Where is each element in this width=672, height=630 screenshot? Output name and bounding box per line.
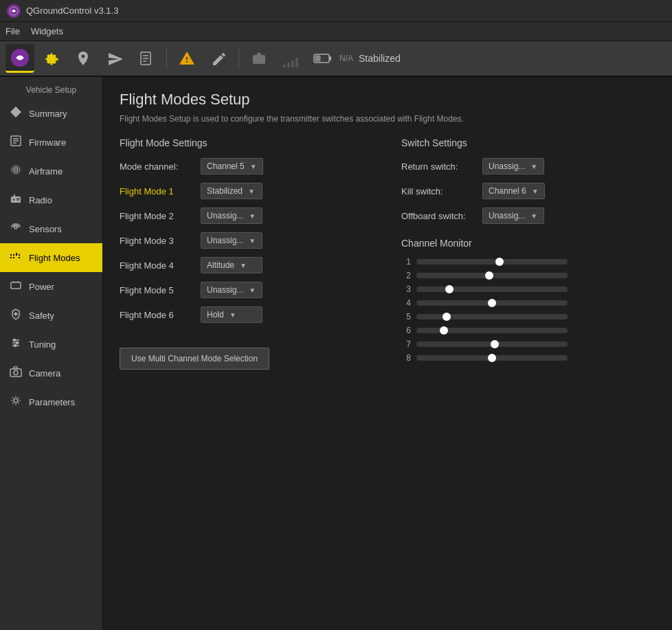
return-switch-arrow: ▼ xyxy=(530,163,537,170)
toolbar-home-btn[interactable] xyxy=(5,44,34,73)
svg-point-41 xyxy=(14,345,16,347)
channel-dot-8 xyxy=(488,354,496,362)
sidebar-header: Vehicle Setup xyxy=(0,80,102,99)
return-switch-dropdown[interactable]: Unassig... ▼ xyxy=(482,158,544,175)
toolbar-fly-btn[interactable] xyxy=(100,44,129,73)
sidebar-item-power[interactable]: Power xyxy=(0,272,102,301)
toolbar-plan-btn[interactable] xyxy=(69,44,98,73)
sidebar-item-safety[interactable]: Safety xyxy=(0,301,102,330)
multi-channel-button[interactable]: Use Multi Channel Mode Selection xyxy=(120,348,269,370)
channel-label-3: 3 xyxy=(401,284,411,294)
menu-widgets[interactable]: Widgets xyxy=(31,26,63,36)
channel-monitor: 12345678 xyxy=(401,257,656,363)
mode-channel-dropdown[interactable]: Channel 5 ▼ xyxy=(201,158,263,175)
toolbar-settings-btn[interactable] xyxy=(37,44,66,73)
page-subtitle: Flight Modes Setup is used to configure … xyxy=(120,114,656,124)
kill-switch-arrow: ▼ xyxy=(532,188,539,195)
flight-mode-6-dropdown[interactable]: Hold ▼ xyxy=(201,306,262,323)
channel-label-2: 2 xyxy=(401,271,411,280)
sidebar-item-sensors[interactable]: Sensors xyxy=(0,214,102,243)
airframe-icon xyxy=(8,164,23,179)
flight-mode-6-value: Hold xyxy=(207,310,224,319)
channel-bar-2 xyxy=(416,273,568,278)
sidebar-airframe-label: Airframe xyxy=(29,166,63,177)
flight-mode-3-label: Flight Mode 3 xyxy=(120,236,195,246)
svg-rect-44 xyxy=(14,367,17,369)
flight-mode-5-value: Unassig... xyxy=(207,285,243,295)
flight-mode-6-arrow: ▼ xyxy=(229,311,236,319)
app-title: QGroundControl v3.1.3 xyxy=(26,5,118,16)
sidebar-parameters-label: Parameters xyxy=(29,397,75,407)
channel-bar-8 xyxy=(416,355,568,361)
offboard-switch-dropdown[interactable]: Unassig... ▼ xyxy=(482,207,544,224)
flight-mode-4-value: Altitude xyxy=(207,260,234,270)
channel-bar-7 xyxy=(416,341,568,347)
svg-marker-13 xyxy=(10,106,21,117)
title-bar: QGroundControl v3.1.3 xyxy=(0,0,672,22)
sidebar-item-flight-modes[interactable]: Flight Modes xyxy=(0,243,102,272)
svg-point-38 xyxy=(16,342,19,344)
sidebar-item-summary[interactable]: Summary xyxy=(0,99,102,128)
flight-mode-3-dropdown[interactable]: Unassig... ▼ xyxy=(201,232,262,249)
kill-switch-value: Channel 6 xyxy=(489,186,526,196)
svg-point-27 xyxy=(14,226,17,229)
channel-bar-5 xyxy=(416,314,568,319)
toolbar-tools-btn[interactable] xyxy=(204,44,233,73)
offboard-switch-label: Offboard switch: xyxy=(401,211,477,221)
toolbar-analyze-btn[interactable] xyxy=(132,44,161,73)
channel-row-4: 4 xyxy=(401,298,656,308)
svg-rect-24 xyxy=(16,199,20,199)
menu-file[interactable]: File xyxy=(5,26,20,36)
flight-mode-3-arrow: ▼ xyxy=(249,237,256,245)
channel-label-7: 7 xyxy=(401,339,411,349)
flight-mode-5-dropdown[interactable]: Unassig... ▼ xyxy=(201,282,262,298)
flight-mode-1-dropdown[interactable]: Stabilized ▼ xyxy=(201,183,262,199)
settings-columns: Flight Mode Settings Mode channel: Chann… xyxy=(120,137,656,370)
kill-switch-dropdown[interactable]: Channel 6 ▼ xyxy=(482,183,545,199)
flight-mode-6-label: Flight Mode 6 xyxy=(120,310,195,320)
sidebar-item-tuning[interactable]: Tuning xyxy=(0,330,102,359)
mode-channel-label: Mode channel: xyxy=(120,161,195,172)
channel-row-7: 7 xyxy=(401,339,656,349)
tuning-icon xyxy=(8,337,23,352)
flight-mode-settings-header: Flight Mode Settings xyxy=(120,137,374,148)
toolbar-camera-btn[interactable] xyxy=(245,44,273,73)
channel-bar-6 xyxy=(416,328,568,333)
flight-mode-2-dropdown[interactable]: Unassig... ▼ xyxy=(201,207,262,224)
menu-bar: File Widgets xyxy=(0,22,672,41)
sidebar-item-firmware[interactable]: Firmware xyxy=(0,128,102,157)
flight-mode-4-dropdown[interactable]: Altitude ▼ xyxy=(201,257,262,273)
channel-dot-3 xyxy=(445,285,453,293)
app-icon xyxy=(7,4,21,18)
flight-mode-5-label: Flight Mode 5 xyxy=(120,285,195,295)
kill-switch-row: Kill switch: Channel 6 ▼ xyxy=(401,183,656,199)
svg-rect-9 xyxy=(257,53,261,55)
channel-label-4: 4 xyxy=(401,298,411,308)
channel-dot-7 xyxy=(491,340,499,348)
channel-dot-5 xyxy=(443,313,451,321)
mode-channel-row: Mode channel: Channel 5 ▼ xyxy=(120,158,374,175)
sidebar-item-radio[interactable]: Radio xyxy=(0,185,102,214)
channel-label-8: 8 xyxy=(401,353,411,363)
channel-dot-1 xyxy=(495,258,504,266)
channel-label-5: 5 xyxy=(401,312,411,322)
mode-channel-arrow: ▼ xyxy=(250,163,257,170)
sidebar-item-camera[interactable]: Camera xyxy=(0,359,102,387)
channel-label-1: 1 xyxy=(401,257,411,267)
svg-rect-42 xyxy=(10,369,21,376)
channel-row-5: 5 xyxy=(401,312,656,322)
parameters-icon xyxy=(8,394,23,409)
flight-mode-status: Stabilized xyxy=(359,53,401,64)
main-layout: Vehicle Setup Summary Firmware xyxy=(0,77,672,630)
channel-dot-6 xyxy=(440,326,448,335)
svg-point-45 xyxy=(14,398,18,403)
toolbar-warning-btn[interactable] xyxy=(172,44,201,73)
svg-point-35 xyxy=(14,339,16,341)
channel-row-2: 2 xyxy=(401,271,656,280)
sidebar: Vehicle Setup Summary Firmware xyxy=(0,77,103,630)
sidebar-sensors-label: Sensors xyxy=(29,224,62,234)
channel-row-3: 3 xyxy=(401,284,656,294)
safety-icon xyxy=(8,308,23,323)
sidebar-item-parameters[interactable]: Parameters xyxy=(0,387,102,416)
sidebar-item-airframe[interactable]: Airframe xyxy=(0,157,102,185)
